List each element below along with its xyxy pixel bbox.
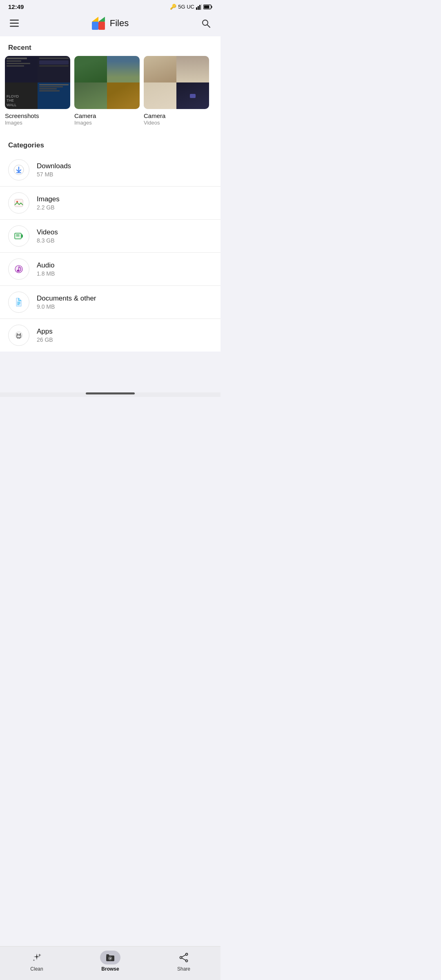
category-apps[interactable]: Apps 26 GB: [0, 319, 220, 352]
recent-item-label: Camera: [144, 112, 209, 119]
documents-size: 9.0 MB: [37, 303, 212, 310]
documents-info: Documents & other 9.0 MB: [37, 294, 212, 310]
svg-rect-2: [199, 5, 200, 10]
svg-rect-9: [10, 26, 19, 27]
thumb-cell: [5, 56, 38, 82]
svg-marker-25: [21, 234, 23, 238]
svg-rect-0: [196, 7, 197, 10]
search-icon: [201, 18, 211, 28]
recent-section: Recent FLOYDT: [0, 36, 220, 132]
recent-title: Recent: [0, 36, 220, 56]
thumb-cell: [144, 82, 176, 109]
audio-name: Audio: [37, 261, 212, 270]
thumb-cell: [38, 82, 70, 109]
home-indicator: [0, 392, 220, 397]
apps-info: Apps 26 GB: [37, 327, 212, 343]
status-bar: 12:49 🔑 5G UC: [0, 0, 220, 12]
category-audio[interactable]: Audio 1.8 MB: [0, 253, 220, 286]
recent-item-sublabel: Videos: [144, 120, 209, 126]
signal-icon: [196, 4, 202, 10]
svg-rect-6: [204, 5, 209, 8]
document-icon: [13, 297, 24, 307]
category-images[interactable]: Images 2.2 GB: [0, 187, 220, 220]
svg-rect-11: [92, 22, 98, 30]
thumb-cell: [38, 56, 70, 82]
camera-videos-thumb: [144, 56, 209, 109]
downloads-info: Downloads 57 MB: [37, 162, 212, 178]
thumb-cell: [107, 56, 140, 82]
status-time: 12:49: [8, 3, 24, 10]
recent-item-sublabel: Images: [74, 120, 140, 126]
svg-rect-1: [198, 6, 199, 10]
thumb-cell: [74, 56, 107, 82]
image-icon: [13, 198, 24, 208]
recent-item-label: Screenshots: [5, 112, 70, 119]
svg-line-16: [207, 25, 210, 28]
downloads-name: Downloads: [37, 162, 212, 170]
svg-point-37: [18, 335, 18, 336]
thumb-cell: [176, 82, 209, 109]
images-info: Images 2.2 GB: [37, 195, 212, 211]
search-button[interactable]: [199, 17, 212, 30]
recent-item-screenshots[interactable]: FLOYDTHEWALL Screenshots Images: [5, 56, 70, 126]
downloads-size: 57 MB: [37, 171, 212, 178]
main-content: Recent FLOYDT: [0, 36, 220, 352]
recent-item-label: Camera: [74, 112, 140, 119]
apps-icon-wrap: [8, 325, 29, 346]
svg-rect-13: [98, 22, 105, 30]
menu-button[interactable]: [8, 18, 20, 29]
svg-point-38: [19, 335, 20, 336]
apps-name: Apps: [37, 327, 212, 336]
screenshots-thumb: FLOYDTHEWALL: [5, 56, 70, 109]
thumb-cell: [74, 82, 107, 109]
svg-rect-20: [15, 199, 23, 207]
images-size: 2.2 GB: [37, 204, 212, 211]
category-videos[interactable]: Videos 8.3 GB: [0, 220, 220, 253]
images-name: Images: [37, 195, 212, 203]
category-downloads[interactable]: Downloads 57 MB: [0, 154, 220, 187]
video-icon: [13, 231, 24, 241]
recent-item-sublabel: Images: [5, 120, 70, 126]
thumb-cell: [144, 56, 176, 82]
documents-icon-wrap: [8, 292, 29, 313]
camera-images-thumb: [74, 56, 140, 109]
svg-rect-5: [212, 6, 212, 8]
app-name: Files: [110, 18, 129, 29]
battery-icon: [203, 4, 212, 9]
audio-icon: [13, 264, 24, 274]
documents-name: Documents & other: [37, 294, 212, 303]
recent-item-camera-images[interactable]: Camera Images: [74, 56, 140, 126]
recent-item-camera-videos[interactable]: Camera Videos: [144, 56, 209, 126]
categories-section: Categories Downloads 57 MB: [0, 132, 220, 352]
audio-size: 1.8 MB: [37, 270, 212, 277]
network-label: 5G UC: [178, 4, 194, 10]
category-documents[interactable]: Documents & other 9.0 MB: [0, 286, 220, 319]
status-icons: 🔑 5G UC: [170, 4, 212, 10]
videos-name: Videos: [37, 228, 212, 236]
app-title-area: Files: [91, 16, 129, 31]
images-icon-wrap: [8, 192, 29, 214]
videos-icon-wrap: [8, 225, 29, 247]
thumb-cell: FLOYDTHEWALL: [5, 82, 38, 109]
home-bar: [86, 392, 135, 394]
apps-size: 26 GB: [37, 336, 212, 343]
recent-scroll[interactable]: FLOYDTHEWALL Screenshots Images: [0, 56, 220, 132]
svg-rect-3: [201, 4, 202, 10]
categories-title: Categories: [0, 134, 220, 154]
download-icon: [13, 165, 24, 175]
videos-info: Videos 8.3 GB: [37, 228, 212, 244]
key-icon: 🔑: [170, 4, 176, 10]
audio-icon-wrap: [8, 258, 29, 280]
app-logo: [91, 16, 106, 31]
top-bar: Files: [0, 12, 220, 36]
videos-size: 8.3 GB: [37, 237, 212, 244]
thumb-cell: [107, 82, 140, 109]
thumb-cell: [176, 56, 209, 82]
hamburger-icon: [10, 20, 19, 27]
apps-icon: [13, 330, 24, 341]
audio-info: Audio 1.8 MB: [37, 261, 212, 277]
downloads-icon-wrap: [8, 159, 29, 180]
svg-rect-8: [10, 23, 19, 24]
svg-rect-7: [10, 20, 19, 21]
